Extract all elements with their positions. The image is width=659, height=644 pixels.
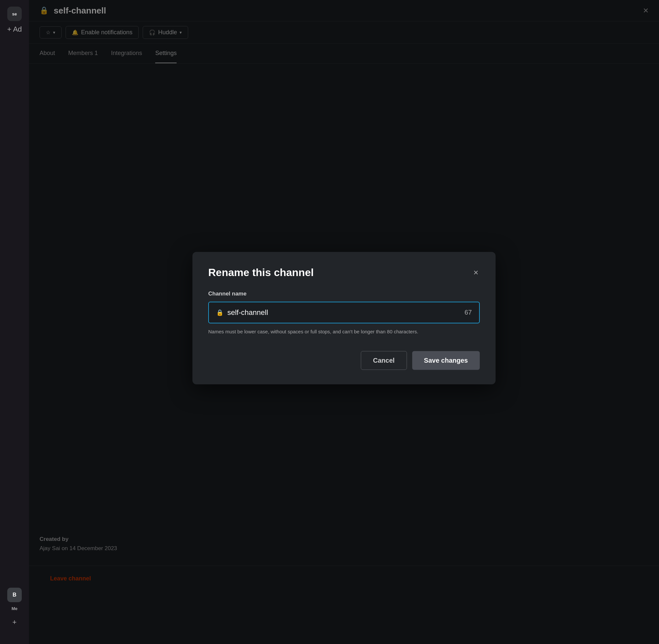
sidebar: se + Ad B Me + — [0, 0, 29, 644]
workspace-label: se — [12, 12, 17, 17]
channel-name-label: Channel name — [208, 290, 480, 297]
input-lock-icon: 🔒 — [216, 309, 223, 316]
main-content: 🔒 self-channell × ☆ ▾ 🔔 Enable notificat… — [29, 0, 659, 644]
modal-header: Rename this channel × — [208, 266, 480, 278]
char-count: 67 — [464, 309, 472, 316]
sidebar-avatar-label: Me — [12, 606, 18, 611]
rename-channel-modal: Rename this channel × Channel name 🔒 67 … — [192, 252, 496, 385]
sidebar-add-button[interactable]: + Ad — [7, 25, 22, 33]
sidebar-plus-button[interactable]: + — [7, 615, 22, 629]
modal-title: Rename this channel — [208, 266, 314, 278]
save-changes-button[interactable]: Save changes — [412, 351, 480, 370]
sidebar-workspace-icon[interactable]: se — [7, 6, 22, 21]
modal-close-button[interactable]: × — [472, 267, 480, 278]
channel-name-input-wrapper: 🔒 67 — [208, 301, 480, 323]
modal-actions: Cancel Save changes — [208, 351, 480, 370]
cancel-button[interactable]: Cancel — [361, 351, 407, 370]
input-hint: Names must be lower case, without spaces… — [208, 328, 480, 335]
app-background: se + Ad B Me + 🔒 self-channell × ☆ ▾ — [0, 0, 659, 644]
sidebar-avatar[interactable]: B — [7, 588, 22, 602]
channel-name-input[interactable] — [227, 308, 461, 317]
